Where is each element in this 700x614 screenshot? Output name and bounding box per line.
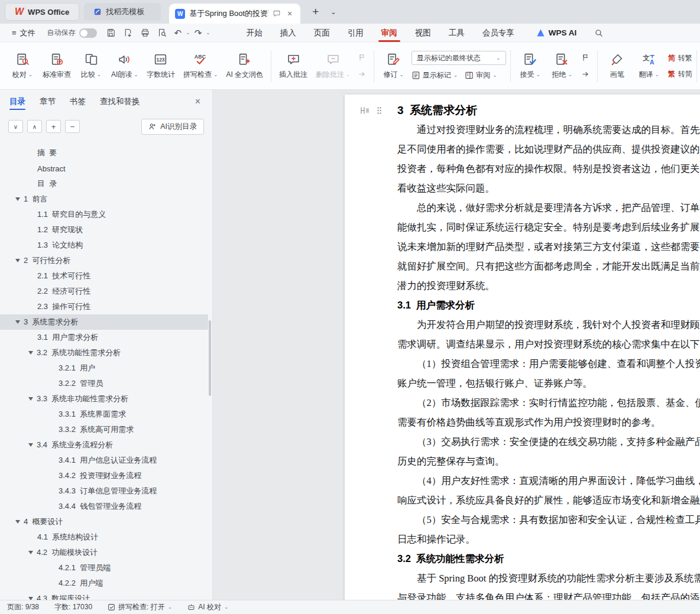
outline-item[interactable]: Abstract [0,161,208,176]
tab-list-dropdown-icon[interactable]: ⌄ [328,8,338,16]
spell-check-status[interactable]: 拼写检查: 打开 ⌄ [108,602,172,612]
outline-item[interactable]: 3.4.2 投资理财业务流程 [0,468,208,483]
menu-tab-插入[interactable]: 插入 [271,24,305,42]
outline-item[interactable]: 1.2 研究现状 [0,222,208,238]
heading-level-icon[interactable] [360,106,370,115]
new-tab-button[interactable]: + [309,5,322,18]
doc-line[interactable]: （2）市场数据跟踪需求：实时行情监控功能，包括股票、基金、债 [397,393,700,412]
undo-dropdown-icon[interactable]: ⌄ [186,30,190,35]
doc-heading[interactable]: 3 系统需求分析 [397,100,700,120]
expand-outline-button[interactable]: + [46,120,61,133]
review-pane-button[interactable]: 审阅 ⌄ [465,69,497,81]
sidebar-tab-书签[interactable]: 书签 [70,90,86,113]
search-button[interactable] [594,28,604,38]
outline-item[interactable]: 3.3.2 系统高可用需求 [0,422,208,437]
collapse-outline-button[interactable]: − [65,120,80,133]
wps-ai-button[interactable]: WPS AI [536,28,577,37]
close-document-tab-icon[interactable]: × [285,8,294,20]
menu-tab-工具[interactable]: 工具 [440,24,474,42]
collapse-triangle-icon[interactable] [28,397,33,401]
doc-line[interactable]: 看收益这些实际问题。 [397,178,700,198]
previous-change-button[interactable] [579,52,593,64]
ai-recognize-toc-button[interactable]: AI识别目录 [141,119,204,135]
doc-line[interactable]: 说未来增加新的理财产品类型，或者对接第三方支付渠道，这些都需要在 [397,237,700,256]
traditional-to-simplified-button[interactable]: 繁转简 [668,68,692,80]
menu-tab-引用[interactable]: 引用 [339,24,372,42]
menu-tab-视图[interactable]: 视图 [406,24,440,42]
autosave-toggle[interactable] [79,28,97,38]
collapse-triangle-icon[interactable] [28,351,33,355]
redo-dropdown-icon[interactable]: ⌄ [206,30,210,35]
menu-tab-审阅[interactable]: 审阅 [372,24,406,42]
chevron-up-button[interactable]: ∧ [27,120,42,133]
outline-item[interactable]: 2.3 操作可行性 [0,299,208,314]
document-page[interactable]: 3 系统需求分析通过对投资理财业务的流程梳理，明确系统需要达成的目标。首先这足不… [345,95,700,600]
compare-button[interactable]: 比较⌄ [76,47,106,86]
outline-item[interactable]: 4 概要设计 [0,514,208,529]
spell-check-button[interactable]: ABC拼写检查⌄ [180,47,222,86]
reject-button[interactable]: 拒绝⌄ [547,47,578,86]
translate-button[interactable]: 文A翻译⌄ [634,47,665,86]
collapse-triangle-icon[interactable] [15,259,20,262]
doc-line[interactable]: 能做扎实，同时保证系统运行稳定安全。特别是要考虑到后续业务扩展的 [397,217,700,237]
doc-line[interactable]: 基于 Spring Boot 的投资理财系统的功能性需求分析主要涉及系统需 [397,568,700,588]
menu-tab-开始[interactable]: 开始 [238,24,271,42]
delete-comment-button[interactable]: 删除批注⌄ [312,47,354,86]
outline-item[interactable]: 3.4 系统业务流程分析 [0,437,208,453]
doc-line[interactable]: 日志和操作记录。 [397,529,700,549]
show-markup-button[interactable]: 显示标记 ⌄ [411,69,458,81]
next-comment-button[interactable] [355,69,370,80]
standard-review-button[interactable]: 标准审查 [39,47,74,86]
collapse-triangle-icon[interactable] [28,443,33,447]
collapse-triangle-icon[interactable] [15,520,20,524]
comment-bubble-icon[interactable] [273,9,281,18]
doc-line[interactable]: （4）用户友好性需求：直观清晰的用户界面设计，降低学习曲线， [397,471,700,490]
outline-item[interactable]: 1 前言 [0,191,208,207]
doc-line[interactable]: 需要有价格趋势曲线等直观形式作为用户投资理财时的参考。 [397,412,700,432]
doc-line[interactable]: 投资者，每种角色都有对应的操作权限。特别是投资者这边，他们更关注 [397,159,700,178]
print-button[interactable] [137,26,153,40]
outline-item[interactable]: 2.2 经济可行性 [0,284,208,299]
proofread-button[interactable]: 校对⌄ [7,47,38,86]
outline-item[interactable]: 3.2 系统功能性需求分析 [0,345,208,360]
ai-read-button[interactable]: AI朗读⌄ [108,47,142,86]
docer-template-tab[interactable]: 找稻壳模板 [84,3,161,21]
export-pdf-button[interactable] [120,26,136,40]
ai-proofread-status[interactable]: AI 校对 ⌄ [187,602,228,612]
doc-line[interactable]: 为开发符合用户期望的投资理财系统，我针对个人投资者和理财顾问 [397,315,700,334]
doc-line[interactable]: 总的来说，做好需求分析就是要理清各方诉求，把产品管理、订单处 [397,198,700,217]
previous-comment-button[interactable] [355,52,370,64]
doc-line[interactable]: 需求调研。调查结果显示，用户对投资理财系统的核心需求集中在以下几 [397,334,700,354]
doc-line[interactable]: 通过对投资理财业务的流程梳理，明确系统需要达成的目标。首先这 [397,120,700,139]
file-menu-button[interactable]: ≡ 文件 [7,28,40,38]
chevron-down-button[interactable]: ∨ [8,120,23,133]
simplified-to-traditional-button[interactable]: 简转繁 [668,52,692,64]
save-button[interactable] [103,26,119,40]
track-changes-button[interactable]: 修订⌄ [378,47,409,86]
undo-button[interactable]: ↶ [171,27,185,39]
word-count-button[interactable]: 123字数统计 [143,47,179,86]
outline-item[interactable]: 3.4.3 订单信息管理业务流程 [0,483,208,499]
outline-item[interactable]: 目 录 [0,176,208,191]
outline-item[interactable]: 摘 要 [0,145,208,161]
doc-heading[interactable]: 3.2 系统功能性需求分析 [397,549,700,568]
doc-line[interactable]: 历史的完整保存与查询。 [397,451,700,471]
sidebar-tab-目录[interactable]: 目录 [9,90,25,113]
outline-item[interactable]: 3.2.2 管理员 [0,376,208,391]
outline-item[interactable]: 3 系统需求分析 [0,314,208,330]
menu-tab-会员专享[interactable]: 会员专享 [474,24,523,42]
doc-heading[interactable]: 3.1 用户需求分析 [397,295,700,315]
doc-line[interactable]: 响应式设计，系统应具备良好的扩展性，能够适应市场变化和新增金融产 [397,490,700,510]
outline-item[interactable]: 4.2.2 用户端 [0,576,208,591]
wps-home-tab[interactable]: W WPS Office [5,3,79,21]
page-indicator[interactable]: 页面: 9/38 [7,602,39,612]
redo-button[interactable]: ↷ [192,27,205,39]
outline-item[interactable]: 1.1 研究目的与意义 [0,207,208,222]
doc-line[interactable]: 与登录功能，支持多角色用户体系；理财产品管理功能，包括产品的添加 [397,588,700,600]
doc-line[interactable]: 就留好扩展空间。只有把这些方面都考虑周全，才能开发出既满足当前需 [397,256,700,276]
outline-item[interactable]: 2.1 技术可行性 [0,268,208,284]
outline-item[interactable]: 3.3 系统非功能性需求分析 [0,391,208,407]
outline-item[interactable]: 3.2.1 用户 [0,360,208,376]
outline-item[interactable]: 4.1 系统结构设计 [0,529,208,545]
doc-line[interactable]: （3）交易执行需求：安全便捷的在线交易功能，支持多种金融产品 [397,432,700,451]
